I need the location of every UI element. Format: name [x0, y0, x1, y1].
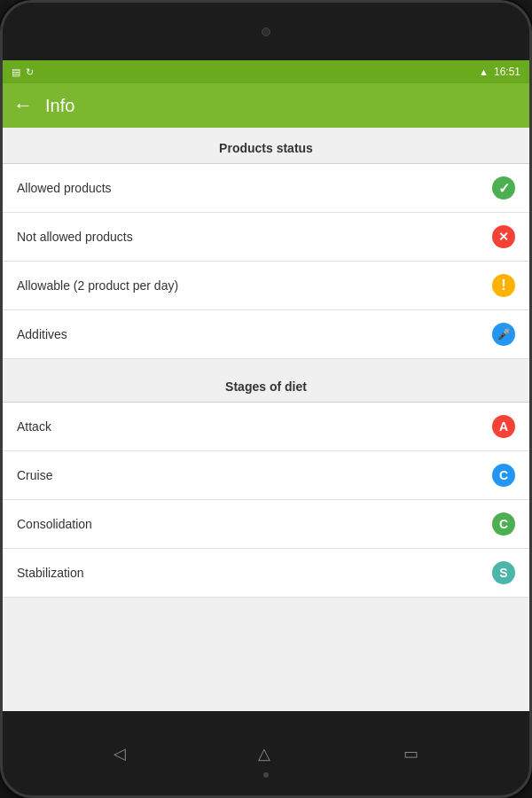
stabilization-icon: S: [492, 561, 515, 584]
sim-icon: ▤: [12, 66, 20, 78]
wifi-icon: ▲: [479, 66, 489, 77]
consolidation-icon: C: [492, 512, 515, 536]
x-icon: ✕: [498, 230, 509, 244]
attack-icon: A: [492, 415, 515, 438]
status-bar: ▤ ↻ ▲ 16:51: [3, 60, 529, 83]
additives-icon: 🎤: [492, 323, 515, 346]
status-left: ▤ ↻: [12, 66, 34, 78]
toolbar: ← Info: [3, 83, 529, 128]
device-inner: ▤ ↻ ▲ 16:51 ← Info Products status: [3, 3, 529, 795]
c2-label: C: [499, 517, 508, 531]
content-area: Products status Allowed products ✓ Not a…: [3, 128, 529, 711]
home-nav-button[interactable]: △: [251, 737, 278, 771]
list-item[interactable]: Attack A: [3, 403, 529, 451]
exclaim-icon: !: [501, 278, 505, 293]
cruise-icon: C: [492, 464, 515, 487]
list-item[interactable]: Additives 🎤: [3, 310, 529, 359]
back-button[interactable]: ←: [13, 96, 33, 115]
camera: [262, 27, 270, 36]
list-item[interactable]: Cruise C: [3, 451, 529, 500]
item-label: Cruise: [17, 468, 52, 482]
item-label: Allowable (2 product per day): [17, 278, 178, 293]
section-divider: [3, 359, 529, 366]
status-right: ▲ 16:51: [479, 66, 520, 78]
bottom-bezel: ◁ △ ▭: [3, 711, 529, 795]
top-bezel: [3, 3, 529, 60]
mic-icon: 🎤: [497, 328, 511, 340]
products-status-header: Products status: [3, 128, 529, 164]
allowed-products-icon: ✓: [492, 176, 515, 200]
status-time: 16:51: [494, 66, 520, 78]
c-label: C: [499, 468, 508, 482]
list-item[interactable]: Allowed products ✓: [3, 164, 529, 213]
check-icon: ✓: [498, 180, 510, 197]
allowable-icon: !: [492, 274, 515, 297]
stages-of-diet-header: Stages of diet: [3, 366, 529, 403]
recent-nav-button[interactable]: ▭: [396, 737, 426, 771]
item-label: Stabilization: [17, 566, 84, 580]
item-label: Attack: [17, 419, 51, 434]
list-item[interactable]: Consolidation C: [3, 500, 529, 549]
item-label: Not allowed products: [17, 230, 133, 244]
sync-icon: ↻: [26, 66, 34, 78]
item-label: Allowed products: [17, 181, 112, 195]
a-label: A: [499, 419, 508, 434]
item-label: Consolidation: [17, 517, 92, 531]
back-nav-button[interactable]: ◁: [106, 737, 133, 771]
list-item[interactable]: Stabilization S: [3, 549, 529, 598]
products-status-title: Products status: [219, 141, 313, 155]
stages-of-diet-title: Stages of diet: [225, 379, 307, 394]
item-label: Additives: [17, 327, 67, 341]
list-item[interactable]: Allowable (2 product per day) !: [3, 262, 529, 310]
bottom-dot: [263, 772, 269, 778]
not-allowed-icon: ✕: [492, 225, 515, 248]
device-frame: ▤ ↻ ▲ 16:51 ← Info Products status: [0, 0, 532, 798]
screen: ▤ ↻ ▲ 16:51 ← Info Products status: [3, 60, 529, 711]
toolbar-title: Info: [45, 96, 74, 116]
s-label: S: [499, 566, 507, 580]
list-item[interactable]: Not allowed products ✕: [3, 213, 529, 262]
